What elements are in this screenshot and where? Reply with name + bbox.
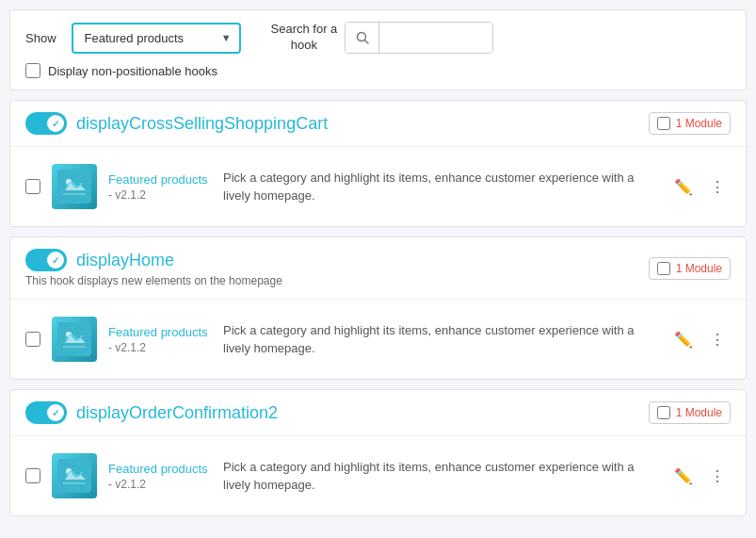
module-version-3: - v2.1.2 (108, 478, 212, 491)
toggle-check-icon-1: ✓ (52, 119, 59, 129)
hook-desc-2: This hook displays new elements on the h… (25, 274, 282, 287)
show-label: Show (25, 31, 56, 45)
hook-toggle-1[interactable]: ✓ (25, 112, 67, 135)
hook-toggle-2[interactable]: ✓ (25, 249, 67, 271)
svg-line-1 (364, 41, 368, 44)
toggle-check-icon-2: ✓ (52, 255, 59, 266)
more-button-1[interactable]: ⋮ (704, 173, 731, 200)
hook-section-3: ✓ displayOrderConfirmation2 1 Module (9, 389, 747, 516)
module-description-1: Pick a category and highlight its items,… (223, 169, 659, 205)
search-icon (346, 23, 379, 53)
module-row-checkbox-2[interactable] (25, 332, 40, 347)
edit-button-3[interactable]: ✏️ (670, 463, 697, 489)
module-version-1: - v2.1.2 (108, 188, 212, 202)
hook-title-row-1: ✓ displayCrossSellingShoppingCart (25, 112, 328, 135)
top-bar: Show Featured products All products New … (9, 9, 747, 90)
toggle-knob-2: ✓ (47, 252, 64, 269)
hook-header-3: ✓ displayOrderConfirmation2 1 Module (10, 390, 746, 436)
module-badge-count-3: 1 Module (676, 406, 722, 419)
main-container: Show Featured products All products New … (0, 0, 756, 535)
module-icon-1 (52, 164, 97, 209)
module-icon-3 (52, 453, 97, 498)
module-badge-checkbox-1[interactable] (657, 117, 670, 130)
hook-toggle-3[interactable]: ✓ (25, 401, 67, 424)
module-badge-checkbox-2[interactable] (657, 262, 670, 275)
module-description-2: Pick a category and highlight its items,… (223, 321, 659, 358)
module-title-1[interactable]: Featured products (108, 172, 212, 187)
non-positionable-row: Display non-positionable hooks (25, 63, 731, 78)
module-list-3: Featured products - v2.1.2 Pick a catego… (10, 436, 746, 515)
more-button-2[interactable]: ⋮ (704, 326, 731, 352)
hook-name-1: displayCrossSellingShoppingCart (76, 114, 328, 134)
module-info-1: Featured products - v2.1.2 (108, 172, 212, 202)
module-title-2[interactable]: Featured products (108, 325, 212, 339)
hook-section-2: ✓ displayHome This hook displays new ele… (9, 236, 747, 380)
module-info-2: Featured products - v2.1.2 (108, 325, 212, 354)
hook-title-row-3: ✓ displayOrderConfirmation2 (25, 401, 278, 424)
hook-name-3: displayOrderConfirmation2 (76, 403, 278, 423)
hook-title-area-1: ✓ displayCrossSellingShoppingCart (25, 112, 328, 135)
hook-name-2: displayHome (76, 251, 174, 270)
module-description-3: Pick a category and highlight its items,… (223, 458, 659, 495)
dropdown-wrapper: Featured products All products New produ… (72, 23, 241, 54)
module-badge-count-1: 1 Module (676, 117, 722, 130)
table-row: Featured products - v2.1.2 Pick a catego… (25, 158, 731, 215)
module-actions-2: ✏️ ⋮ (670, 326, 731, 352)
table-row: Featured products - v2.1.2 Pick a catego… (25, 311, 731, 367)
hook-title-area-2: ✓ displayHome This hook displays new ele… (25, 249, 282, 287)
toggle-knob-3: ✓ (47, 404, 64, 421)
hook-section-1: ✓ displayCrossSellingShoppingCart 1 Modu… (9, 100, 747, 227)
show-dropdown[interactable]: Featured products All products New produ… (72, 23, 241, 54)
module-list-2: Featured products - v2.1.2 Pick a catego… (10, 300, 746, 379)
search-input[interactable] (379, 23, 492, 53)
search-box (345, 22, 493, 54)
module-badge-checkbox-3[interactable] (657, 406, 670, 419)
module-info-3: Featured products - v2.1.2 (108, 462, 212, 491)
non-positionable-label: Display non-positionable hooks (48, 64, 217, 78)
search-label: Search for ahook (271, 22, 338, 54)
hook-header-2: ✓ displayHome This hook displays new ele… (10, 237, 746, 300)
toggle-check-icon-3: ✓ (52, 408, 59, 418)
module-icon-2 (52, 317, 97, 362)
module-badge-2[interactable]: 1 Module (649, 257, 731, 280)
filter-row: Show Featured products All products New … (25, 22, 731, 54)
edit-button-2[interactable]: ✏️ (670, 326, 697, 352)
non-positionable-checkbox[interactable] (25, 63, 40, 78)
module-title-3[interactable]: Featured products (108, 462, 212, 476)
hook-title-area-3: ✓ displayOrderConfirmation2 (25, 401, 278, 424)
module-row-checkbox-1[interactable] (25, 179, 40, 194)
module-badge-1[interactable]: 1 Module (649, 112, 731, 135)
module-badge-3[interactable]: 1 Module (649, 401, 731, 424)
toggle-knob-1: ✓ (47, 115, 64, 132)
table-row: Featured products - v2.1.2 Pick a catego… (25, 448, 731, 504)
module-badge-count-2: 1 Module (676, 262, 722, 275)
edit-button-1[interactable]: ✏️ (670, 173, 697, 200)
hook-header-1: ✓ displayCrossSellingShoppingCart 1 Modu… (10, 101, 746, 147)
module-list-1: Featured products - v2.1.2 Pick a catego… (10, 147, 746, 226)
hook-title-row-2: ✓ displayHome (25, 249, 282, 271)
module-actions-1: ✏️ ⋮ (670, 173, 731, 200)
module-version-2: - v2.1.2 (108, 341, 212, 354)
module-row-checkbox-3[interactable] (25, 468, 40, 483)
search-section: Search for ahook (271, 22, 494, 54)
more-button-3[interactable]: ⋮ (704, 463, 731, 489)
module-actions-3: ✏️ ⋮ (670, 463, 731, 489)
